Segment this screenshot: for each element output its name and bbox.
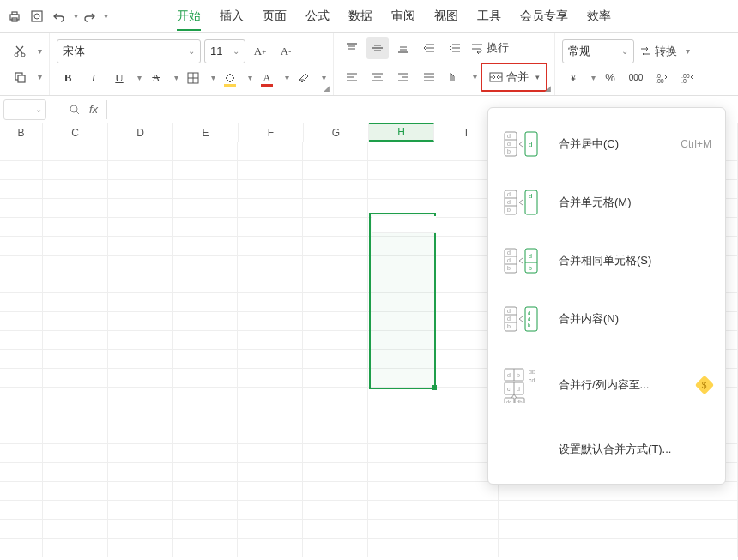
cell[interactable] <box>0 350 43 369</box>
cell[interactable] <box>238 520 303 539</box>
cell[interactable] <box>173 331 239 350</box>
cell[interactable] <box>173 180 239 199</box>
cell[interactable] <box>368 501 433 520</box>
align-right-icon[interactable] <box>392 66 414 88</box>
cell[interactable] <box>303 350 368 369</box>
function-wizard-icon[interactable] <box>64 99 86 121</box>
cell[interactable] <box>238 406 303 425</box>
fill-color-icon[interactable] <box>219 67 241 89</box>
font-color-icon[interactable]: A <box>256 67 278 89</box>
cell[interactable] <box>108 388 173 406</box>
merge-same-item[interactable]: ddb d b 合并相同单元格(S) <box>488 232 725 290</box>
cell[interactable] <box>368 256 433 274</box>
cell[interactable] <box>303 331 368 350</box>
tab-insert[interactable]: 插入 <box>220 3 244 29</box>
cell[interactable] <box>368 444 433 463</box>
cell[interactable] <box>0 256 43 274</box>
cell[interactable] <box>368 218 433 237</box>
cell[interactable] <box>238 388 303 406</box>
cell[interactable] <box>173 463 239 482</box>
cell[interactable] <box>108 520 173 539</box>
cell[interactable] <box>433 520 499 539</box>
merge-settings-item[interactable]: 设置默认合并方式(T)... <box>488 422 725 477</box>
cell[interactable] <box>173 425 239 444</box>
name-box[interactable]: ⌄ <box>3 99 46 120</box>
clear-format-icon[interactable] <box>293 67 315 89</box>
cell[interactable] <box>43 331 108 350</box>
cell[interactable] <box>0 369 43 388</box>
cell[interactable] <box>238 350 303 369</box>
cell[interactable] <box>303 369 368 388</box>
print-preview-icon[interactable] <box>26 5 48 27</box>
cell[interactable] <box>108 406 173 425</box>
align-bottom-icon[interactable] <box>392 37 414 59</box>
cell[interactable] <box>108 501 173 520</box>
align-top-icon[interactable] <box>341 37 363 59</box>
cell[interactable] <box>433 501 499 520</box>
underline-dropdown-icon[interactable]: ▾ <box>137 73 142 82</box>
cell[interactable] <box>238 539 303 557</box>
wrap-text-button[interactable]: 换行 <box>469 37 511 59</box>
cell[interactable] <box>173 539 239 557</box>
merge-rowcol-item[interactable]: db db cd cd dc db 合并行/列内容至... $ <box>488 356 725 414</box>
cell[interactable] <box>238 161 303 180</box>
cell[interactable] <box>173 350 239 369</box>
cell[interactable] <box>43 501 108 520</box>
cell[interactable] <box>303 293 368 312</box>
cell[interactable] <box>108 369 173 388</box>
cell[interactable] <box>108 444 173 463</box>
cell[interactable] <box>43 293 108 312</box>
cell[interactable] <box>173 161 239 180</box>
cell[interactable] <box>108 274 173 293</box>
fontcolor-dropdown-icon[interactable]: ▾ <box>285 73 289 82</box>
comma-icon[interactable]: 000 <box>625 67 647 89</box>
cell[interactable] <box>238 463 303 482</box>
cell[interactable] <box>108 256 173 274</box>
cell[interactable] <box>368 199 433 218</box>
grid-row[interactable] <box>0 482 738 501</box>
font-size-selector[interactable]: 11 ⌄ <box>204 39 245 63</box>
copy-icon[interactable] <box>9 66 31 88</box>
col-header-d[interactable]: D <box>108 123 173 142</box>
cell[interactable] <box>43 218 108 237</box>
cell[interactable] <box>303 237 368 256</box>
cell[interactable] <box>43 520 108 539</box>
alignment-dialog-launcher-icon[interactable]: ◢ <box>542 83 553 93</box>
cell[interactable] <box>108 482 173 501</box>
cell[interactable] <box>238 425 303 444</box>
cell[interactable] <box>238 237 303 256</box>
cell[interactable] <box>0 274 43 293</box>
merge-dropdown-toggle[interactable]: ▾ <box>532 73 542 81</box>
cell[interactable] <box>303 539 368 557</box>
cell[interactable] <box>499 539 738 557</box>
underline-icon[interactable]: U <box>108 67 130 89</box>
align-justify-icon[interactable] <box>418 66 440 88</box>
align-left-icon[interactable] <box>341 66 363 88</box>
cell[interactable] <box>0 199 43 218</box>
cell[interactable] <box>368 161 433 180</box>
cell[interactable] <box>0 293 43 312</box>
cell[interactable] <box>0 482 43 501</box>
cell[interactable] <box>173 142 239 161</box>
cell[interactable] <box>368 293 433 312</box>
cell[interactable] <box>43 463 108 482</box>
cell[interactable] <box>499 482 738 501</box>
cell[interactable] <box>303 199 368 218</box>
fill-dropdown-icon[interactable]: ▾ <box>248 73 252 82</box>
cell[interactable] <box>173 237 239 256</box>
borders-dropdown-icon[interactable]: ▾ <box>211 73 215 82</box>
cell[interactable] <box>303 482 368 501</box>
cell[interactable] <box>108 539 173 557</box>
cell[interactable] <box>433 482 499 501</box>
tab-formula[interactable]: 公式 <box>305 3 330 29</box>
cell[interactable] <box>368 237 433 256</box>
merge-content-item[interactable]: ddb d d b 合并内容(N) <box>488 290 725 348</box>
borders-icon[interactable] <box>182 67 204 89</box>
cell[interactable] <box>108 425 173 444</box>
cell[interactable] <box>368 180 433 199</box>
tab-view[interactable]: 视图 <box>434 3 458 29</box>
tab-review[interactable]: 审阅 <box>391 3 415 29</box>
cell[interactable] <box>238 312 303 331</box>
cell[interactable] <box>303 256 368 274</box>
convert-dropdown-icon[interactable]: ▾ <box>686 46 690 56</box>
